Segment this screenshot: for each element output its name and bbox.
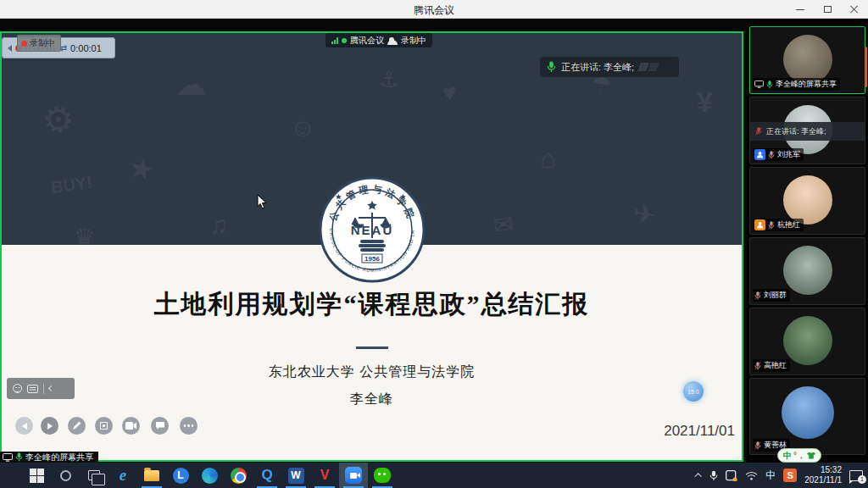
mic-on-icon	[766, 80, 773, 89]
word-button[interactable]: W	[281, 463, 310, 488]
wifi-icon[interactable]	[745, 471, 758, 480]
focus-mode-button[interactable]	[95, 417, 113, 435]
participant-tile[interactable]: 正在讲话: 李全峰; 刘兆军	[749, 97, 865, 164]
maximize-icon	[824, 6, 832, 13]
tray-time: 15:32	[804, 465, 842, 476]
participant-tile[interactable]: 杭艳红	[749, 167, 865, 235]
camera-icon	[125, 422, 136, 430]
video-app-button[interactable]: V	[310, 463, 339, 488]
task-view-button[interactable]	[80, 463, 108, 488]
tray-mic-icon[interactable]	[709, 470, 718, 481]
tray-app-icon[interactable]	[726, 470, 737, 481]
participant-tile-sharing[interactable]: 李全峰的屏幕共享	[749, 26, 865, 94]
mic-muted-icon	[755, 127, 762, 136]
screen-share-banner: 李全峰的屏幕共享	[0, 452, 98, 463]
collapse-arrow-icon[interactable]	[48, 385, 54, 391]
record-dot-icon	[21, 41, 27, 47]
doodle-glyph: ★	[125, 149, 158, 187]
chat-bubble-icon	[155, 421, 165, 430]
qq-browser-icon: Q	[261, 467, 272, 484]
cortana-button[interactable]	[51, 463, 80, 488]
toolbar-divider	[43, 384, 44, 394]
floating-clock-bubble[interactable]: 15:0	[683, 381, 704, 402]
edge-button[interactable]	[195, 463, 224, 488]
chat-button[interactable]	[151, 417, 169, 435]
collapse-caret-icon[interactable]	[8, 45, 12, 52]
start-button[interactable]	[22, 463, 51, 488]
windows-taskbar: e L Q W V 中 S 15:32 2021/11/1 1	[0, 463, 868, 488]
decorative-wing	[648, 63, 659, 71]
sogou-icon[interactable]: S	[783, 469, 797, 482]
tray-date: 2021/11/1	[804, 475, 842, 486]
tray-clock[interactable]: 15:32 2021/11/1	[804, 465, 842, 486]
slide-organization: 东北农业大学 公共管理与法学院	[2, 363, 742, 381]
participant-tile[interactable]: 刘丽群	[749, 237, 865, 305]
doodle-glyph: ⚓	[379, 67, 398, 93]
slide-title: 土地利用规划学“课程思政”总结汇报	[2, 287, 742, 322]
ime-indicator[interactable]: 中	[765, 469, 776, 483]
tray-expand-icon[interactable]	[695, 473, 702, 480]
annotate-button[interactable]	[68, 417, 86, 435]
qq-browser-button[interactable]: Q	[253, 463, 281, 488]
video-app-icon: V	[320, 468, 330, 483]
window-titlebar: 腾讯会议	[0, 0, 868, 19]
doodle-glyph: ☁	[175, 67, 206, 103]
svg-text:1956: 1956	[364, 255, 380, 263]
ie-button[interactable]: e	[108, 463, 137, 488]
mouse-cursor	[257, 194, 267, 209]
participant-tile[interactable]: 高艳红	[749, 308, 865, 375]
participant-name: 高艳红	[764, 360, 787, 371]
camera-button[interactable]	[122, 417, 140, 435]
folder-icon	[144, 470, 159, 481]
lenovo-icon: L	[173, 468, 189, 484]
next-slide-button[interactable]	[41, 417, 58, 435]
lenovo-button[interactable]: L	[166, 463, 195, 488]
emoji-icon[interactable]	[13, 384, 22, 393]
avatar	[783, 316, 832, 365]
recording-tooltip: 录制中	[17, 35, 61, 52]
doodle-glyph: ☺	[288, 112, 318, 144]
avatar	[782, 386, 834, 439]
participant-tile[interactable]: 黄善林	[749, 378, 865, 455]
doodle-glyph: ⌂	[540, 143, 556, 175]
slide-divider	[356, 347, 388, 349]
maximize-button[interactable]	[814, 0, 841, 19]
cortana-icon	[60, 470, 71, 481]
speaking-indicator-toast: 正在讲话: 李全峰;	[750, 122, 865, 141]
wechat-button[interactable]	[368, 463, 397, 488]
ime-punct-label: °，	[793, 450, 805, 462]
tencent-meeting-icon	[345, 467, 362, 484]
recording-total-time: 0:00:01	[70, 43, 102, 53]
file-explorer-button[interactable]	[137, 463, 166, 488]
chrome-button[interactable]	[224, 463, 253, 488]
cloud-record-icon	[387, 40, 398, 45]
prev-slide-button[interactable]	[15, 417, 33, 435]
shared-screen: ⚙☁★BUY!♛☺⚓♥☂¥⌂✉✈♫✂ 公共管理与法学院 SCHOOL OF PU…	[0, 31, 743, 462]
connection-dot-icon	[342, 38, 347, 43]
avatar	[783, 246, 832, 295]
participant-name: 杭艳红	[777, 219, 800, 230]
action-center-icon[interactable]: 1	[849, 470, 863, 481]
sidebar-scrollbar[interactable]	[865, 47, 867, 87]
doodle-glyph: BUY!	[50, 173, 94, 198]
close-button[interactable]	[841, 0, 868, 19]
host-badge-icon	[754, 149, 765, 160]
captions-icon[interactable]	[27, 385, 38, 393]
prev-icon	[22, 423, 27, 430]
annotation-toolbar[interactable]	[7, 378, 75, 399]
slide-date: 2021/11/01	[664, 423, 735, 440]
avatar	[783, 35, 832, 84]
skin-shirt-icon[interactable]	[807, 452, 815, 459]
ime-mode-label: 中	[783, 450, 792, 462]
more-button[interactable]	[180, 417, 198, 435]
doodle-glyph: ♫	[209, 211, 229, 240]
minimize-icon	[796, 9, 804, 10]
minimize-button[interactable]	[787, 0, 814, 19]
doodle-glyph: ♛	[74, 224, 95, 245]
doodle-glyph: ✉	[492, 210, 515, 241]
word-icon: W	[288, 468, 304, 484]
participants-sidebar: 李全峰的屏幕共享 正在讲话: 李全峰; 刘兆军	[747, 19, 868, 463]
sogou-ime-toolbar[interactable]: 中 °，	[777, 448, 821, 463]
school-seal-logo: 公共管理与法学院 SCHOOL OF PUBLIC ADMINISTRATION…	[318, 175, 426, 284]
tencent-meeting-button[interactable]	[339, 463, 368, 488]
